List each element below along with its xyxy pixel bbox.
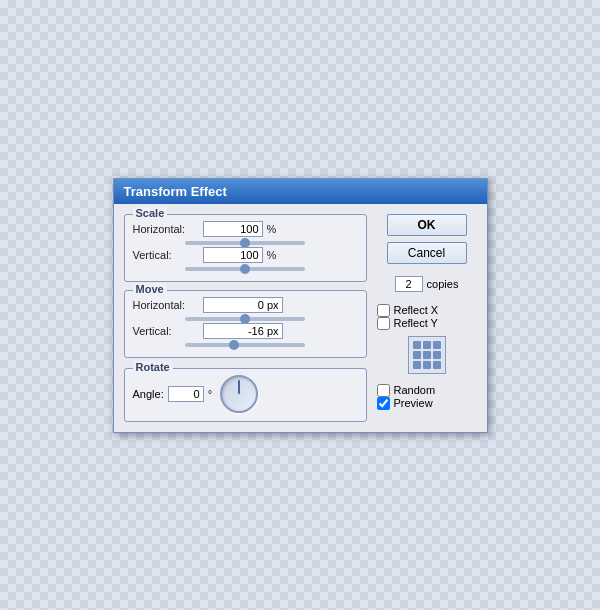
reflect-section: Reflect X Reflect Y <box>377 304 477 330</box>
title-text: Transform Effect <box>124 184 227 199</box>
move-group-label: Move <box>133 283 167 295</box>
rotation-dial[interactable] <box>220 375 258 413</box>
random-checkbox[interactable] <box>377 384 390 397</box>
scale-vertical-wrap: % <box>203 247 358 263</box>
scale-horizontal-unit: % <box>267 223 281 235</box>
random-preview-section: Random Preview <box>377 384 477 410</box>
scale-horizontal-row: Horizontal: % <box>133 221 358 237</box>
dial-needle <box>238 380 240 394</box>
angle-label: Angle: <box>133 388 164 400</box>
scale-vertical-input[interactable] <box>203 247 263 263</box>
cancel-button[interactable]: Cancel <box>387 242 467 264</box>
left-panel: Scale Horizontal: % Vertical: % <box>124 214 367 422</box>
move-horizontal-input[interactable] <box>203 297 283 313</box>
rotate-group: Rotate Angle: ° <box>124 368 367 422</box>
preview-label: Preview <box>394 397 433 409</box>
scale-horizontal-label: Horizontal: <box>133 223 203 235</box>
dialog-body: Scale Horizontal: % Vertical: % <box>114 204 487 432</box>
reflect-y-row: Reflect Y <box>377 317 477 330</box>
reflect-x-label: Reflect X <box>394 304 439 316</box>
scale-vertical-label: Vertical: <box>133 249 203 261</box>
grid-dot-7 <box>413 361 421 369</box>
move-horizontal-row: Horizontal: <box>133 297 358 313</box>
move-horizontal-slider[interactable] <box>185 317 305 321</box>
move-horizontal-slider-row <box>133 317 358 321</box>
move-horizontal-wrap <box>203 297 358 313</box>
dial-container: Angle: ° <box>133 375 358 413</box>
preview-row: Preview <box>377 397 477 410</box>
right-panel: OK Cancel copies Reflect X Reflect Y <box>377 214 477 422</box>
scale-vertical-slider[interactable] <box>185 267 305 271</box>
move-group: Move Horizontal: Vertical: <box>124 290 367 358</box>
move-horizontal-label: Horizontal: <box>133 299 203 311</box>
transform-effect-dialog: Transform Effect Scale Horizontal: % Ver… <box>113 178 488 433</box>
scale-group-label: Scale <box>133 207 168 219</box>
scale-group: Scale Horizontal: % Vertical: % <box>124 214 367 282</box>
move-vertical-label: Vertical: <box>133 325 203 337</box>
grid-dot-2 <box>423 341 431 349</box>
scale-horizontal-slider-row <box>133 241 358 245</box>
scale-vertical-slider-row <box>133 267 358 271</box>
grid-dot-6 <box>433 351 441 359</box>
random-label: Random <box>394 384 436 396</box>
copies-label: copies <box>427 278 459 290</box>
angle-row: Angle: ° <box>133 386 213 402</box>
grid-dot-5 <box>423 351 431 359</box>
move-vertical-wrap <box>203 323 358 339</box>
grid-dot-1 <box>413 341 421 349</box>
scale-vertical-unit: % <box>267 249 281 261</box>
dialog-title: Transform Effect <box>114 179 487 204</box>
grid-dot-9 <box>433 361 441 369</box>
grid-dot-8 <box>423 361 431 369</box>
move-vertical-slider[interactable] <box>185 343 305 347</box>
rotate-group-label: Rotate <box>133 361 173 373</box>
scale-horizontal-slider[interactable] <box>185 241 305 245</box>
move-vertical-slider-row <box>133 343 358 347</box>
grid-dot-3 <box>433 341 441 349</box>
degree-symbol: ° <box>208 388 212 400</box>
reflect-y-checkbox[interactable] <box>377 317 390 330</box>
copies-input[interactable] <box>395 276 423 292</box>
angle-input[interactable] <box>168 386 204 402</box>
grid-dot-4 <box>413 351 421 359</box>
move-vertical-row: Vertical: <box>133 323 358 339</box>
preview-checkbox[interactable] <box>377 397 390 410</box>
reflect-x-checkbox[interactable] <box>377 304 390 317</box>
copies-row: copies <box>395 276 459 292</box>
copies-section: copies <box>395 276 459 292</box>
scale-horizontal-wrap: % <box>203 221 358 237</box>
grid-icon <box>408 336 446 374</box>
move-vertical-input[interactable] <box>203 323 283 339</box>
reflect-y-label: Reflect Y <box>394 317 438 329</box>
ok-button[interactable]: OK <box>387 214 467 236</box>
scale-vertical-row: Vertical: % <box>133 247 358 263</box>
reflect-x-row: Reflect X <box>377 304 477 317</box>
random-row: Random <box>377 384 477 397</box>
scale-horizontal-input[interactable] <box>203 221 263 237</box>
